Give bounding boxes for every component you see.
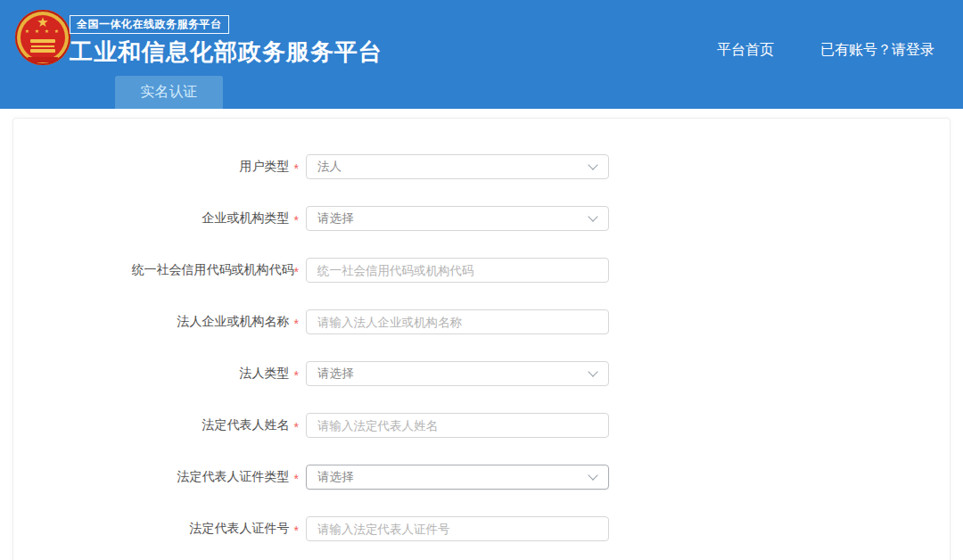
field-label-text: 用户类型 xyxy=(240,159,290,175)
required-asterisk: * xyxy=(294,161,299,176)
legal-rep-name-input[interactable] xyxy=(306,413,609,438)
required-asterisk: * xyxy=(294,420,299,434)
page-main: 用户类型*法人企业或机构类型*请选择统一社会信用代码或机构代码*法人企业或机构名… xyxy=(0,109,963,560)
chevron-down-icon xyxy=(588,366,597,376)
nav-home-link[interactable]: 平台首页 xyxy=(717,41,774,60)
emblem-gate-icon xyxy=(30,39,55,43)
select-value: 请选择 xyxy=(317,366,354,382)
field-label: 法人类型* xyxy=(13,366,299,382)
auth-form: 用户类型*法人企业或机构类型*请选择统一社会信用代码或机构代码*法人企业或机构名… xyxy=(13,154,950,541)
required-asterisk: * xyxy=(294,317,299,331)
national-emblem-logo: ★ ★ ★ ★ ★ xyxy=(15,10,70,65)
field-label-text: 法人企业或机构名称 xyxy=(177,314,290,330)
form-row: 法人类型*请选择 xyxy=(13,361,950,386)
field-label-text: 法定代表人证件号 xyxy=(190,521,290,537)
tab-realname-auth[interactable]: 实名认证 xyxy=(115,76,223,109)
nav-login-link[interactable]: 已有账号？请登录 xyxy=(820,41,934,60)
platform-badge: 全国一体化在线政务服务平台 xyxy=(70,15,229,34)
form-row: 法人企业或机构名称* xyxy=(13,309,950,334)
field-label: 企业或机构类型* xyxy=(13,210,299,226)
select-value: 请选择 xyxy=(317,469,354,485)
field-label: 法定代表人证件号* xyxy=(13,521,299,537)
form-row: 法定代表人证件号* xyxy=(13,516,950,541)
field-label: 法定代表人证件类型* xyxy=(13,469,299,485)
emblem-ribbon-icon xyxy=(28,57,58,62)
required-asterisk: * xyxy=(294,213,299,227)
field-label: 法人企业或机构名称* xyxy=(13,314,299,330)
form-row: 法定代表人姓名* xyxy=(13,413,950,438)
chevron-down-icon xyxy=(588,160,597,169)
required-asterisk: * xyxy=(294,523,299,538)
org-type-select[interactable]: 请选择 xyxy=(306,206,609,231)
org-name-input[interactable] xyxy=(306,309,609,334)
required-asterisk: * xyxy=(294,265,299,279)
chevron-down-icon xyxy=(588,470,597,480)
user-type-select[interactable]: 法人 xyxy=(306,154,609,179)
field-label-text: 企业或机构类型 xyxy=(202,210,290,226)
title-block: 全国一体化在线政务服务平台 工业和信息化部政务服务平台 xyxy=(70,15,383,66)
site-title: 工业和信息化部政务服务平台 xyxy=(70,37,383,66)
legal-rep-cert-no-input[interactable] xyxy=(306,516,609,541)
field-label-text: 统一社会信用代码或机构代码 xyxy=(132,262,294,278)
field-label-text: 法人类型 xyxy=(240,366,290,382)
select-value: 法人 xyxy=(317,159,342,175)
select-value: 请选择 xyxy=(317,210,354,226)
form-row: 用户类型*法人 xyxy=(13,154,950,179)
form-row: 企业或机构类型*请选择 xyxy=(13,206,950,231)
field-label: 法定代表人姓名* xyxy=(13,417,299,433)
chevron-down-icon xyxy=(588,211,597,221)
field-label-text: 法定代表人姓名 xyxy=(202,417,290,433)
required-asterisk: * xyxy=(294,368,299,383)
emblem-star-icon: ★ xyxy=(37,15,48,29)
required-asterisk: * xyxy=(294,472,299,486)
legal-person-type-select[interactable]: 请选择 xyxy=(306,361,609,386)
form-card: 用户类型*法人企业或机构类型*请选择统一社会信用代码或机构代码*法人企业或机构名… xyxy=(12,118,951,560)
header-nav: 平台首页 已有账号？请登录 xyxy=(717,41,934,60)
app-header: ★ ★ ★ ★ ★ 全国一体化在线政务服务平台 工业和信息化部政务服务平台 平台… xyxy=(0,0,963,109)
credit-code-input[interactable] xyxy=(306,258,609,283)
field-label-text: 法定代表人证件类型 xyxy=(177,469,290,485)
form-row: 法定代表人证件类型*请选择 xyxy=(13,465,950,490)
emblem-small-stars-icon: ★ ★ ★ ★ xyxy=(25,29,62,34)
field-label: 用户类型* xyxy=(13,159,299,175)
legal-rep-cert-type-select[interactable]: 请选择 xyxy=(306,465,609,490)
form-row: 统一社会信用代码或机构代码* xyxy=(13,258,950,283)
field-label: 统一社会信用代码或机构代码* xyxy=(13,262,299,278)
